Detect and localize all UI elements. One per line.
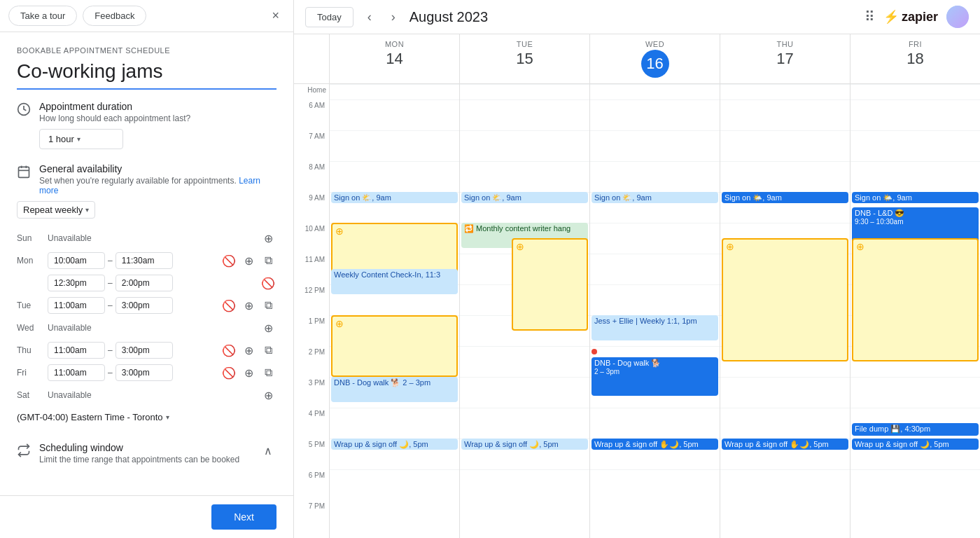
timezone-row[interactable]: (GMT-04:00) Eastern Time - Toronto ▾ [17,406,276,428]
day-col-events-wed: Sign on 🌤️, 9am Jess + Ellie | Weekly 1:… [589,84,720,538]
tue-to-1[interactable] [115,297,173,314]
event-thu-wrap-up[interactable]: Wrap up & sign off ✋🌙, 5pm [722,439,848,450]
availability-title: General availability [39,163,276,174]
day-label-fri: Fri [17,368,42,378]
thu-from-1[interactable] [48,342,105,359]
duration-select[interactable]: 1 hour ▾ [39,129,123,149]
event-wed-jess-ellie[interactable]: Jess + Ellie | Weekly 1:1, 1pm [592,315,718,340]
day-col-events-fri: Sign on 🌤️, 9am DNB - L&D 😎 9:30 – 10:30… [850,84,980,538]
thu-to-1[interactable] [115,342,173,359]
remove-thu-button[interactable]: 🚫 [220,342,237,359]
timezone-chevron-icon: ▾ [166,413,169,421]
add-tue-button[interactable]: ⊕ [240,297,257,314]
event-fri-dnb-ld[interactable]: DNB - L&D 😎 9:30 – 10:30am [852,207,979,242]
add-mon-button[interactable]: ⊕ [240,252,257,269]
duration-title: Appointment duration [39,101,190,112]
event-mon-dog-walk[interactable]: DNB - Dog walk 🐕 2 – 3pm [331,377,458,402]
event-fri-file-dump[interactable]: File dump 💾, 4:30pm [852,423,979,436]
next-nav-button[interactable]: › [386,7,401,27]
avatar[interactable] [946,6,969,28]
mon-to-2[interactable] [115,275,173,291]
next-button[interactable]: Next [211,504,276,530]
fri-to-1[interactable] [115,364,173,381]
scheduling-window-collapse-button[interactable]: ∧ [260,442,276,459]
remove-tue-button[interactable]: 🚫 [220,297,237,314]
remove-mon-1-button[interactable]: 🚫 [220,252,237,269]
day-col-events-mon: Sign on 🌤️, 9am ⊕ Weekly Content Check-I… [329,84,459,538]
scheduling-window-section: Scheduling window Limit the time range t… [17,442,276,464]
today-button[interactable]: Today [305,7,354,27]
event-fri-appointment[interactable]: ⊕ [852,238,979,361]
tue-from-1[interactable] [48,297,105,314]
time-11am: 11 AM [294,254,329,284]
event-thu-sign-on[interactable]: Sign on 🌤️, 9am [722,192,848,203]
avail-row-mon: Mon – 🚫 ⊕ ⧉ [17,249,276,272]
add-sat-button[interactable]: ⊕ [260,387,276,404]
red-dot-wed [592,349,597,354]
event-tue-wrap-up[interactable]: Wrap up & sign off 🌙, 5pm [461,439,588,450]
calendar-body: Home 6 AM 7 AM 8 AM 9 AM 10 AM 11 AM 12 … [294,84,980,538]
remove-mon-2-button[interactable]: 🚫 [260,275,276,291]
mon-to-1[interactable] [115,252,173,269]
remove-fri-button[interactable]: 🚫 [220,364,237,381]
event-mon-appointment-2[interactable]: ⊕ [331,315,458,377]
avail-row-tue: Tue – 🚫 ⊕ ⧉ [17,294,276,317]
wed-unavail: Unavailable [48,323,254,333]
grid-icon[interactable]: ⠿ [864,8,875,25]
event-mon-wrap-up[interactable]: Wrap up & sign off 🌙, 5pm [331,439,458,450]
take-tour-button[interactable]: Take a tour [8,6,77,26]
bookable-label: BOOKABLE APPOINTMENT SCHEDULE [17,46,276,55]
event-tue-appointment[interactable]: ⊕ [512,238,588,331]
event-wed-wrap-up[interactable]: Wrap up & sign off ✋🌙, 5pm [592,439,718,450]
time-3pm: 3 PM [294,377,329,408]
time-12pm: 12 PM [294,284,329,315]
thu-time-range-1: – [48,342,173,359]
avail-row-sat: Sat Unavailable ⊕ [17,384,276,406]
add-wed-button[interactable]: ⊕ [260,319,276,336]
day-col-tue: TUE 15 [459,34,589,83]
event-fri-sign-on[interactable]: Sign on 🌤️, 9am [852,192,979,203]
day-num-thu: 17 [723,50,847,68]
copy-fri-button[interactable]: ⧉ [260,364,276,381]
time-8am: 8 AM [294,161,329,192]
add-thu-button[interactable]: ⊕ [240,342,257,359]
close-button[interactable]: × [266,6,285,26]
fri-from-1[interactable] [48,364,105,381]
repeat-weekly-button[interactable]: Repeat weekly ▾ [17,201,95,219]
event-mon-content-checkin[interactable]: Weekly Content Check-In, 11:3 [331,269,458,294]
time-4pm: 4 PM [294,408,329,439]
day-name-tue: TUE [463,40,587,48]
prev-nav-button[interactable]: ‹ [362,7,377,27]
feedback-button[interactable]: Feedback [83,6,146,26]
zapier-z: ⚡ [883,9,899,25]
avail-row-sun: Sun Unavailable ⊕ [17,227,276,249]
mon-from-1[interactable] [48,252,105,269]
day-label-mon: Mon [17,256,42,265]
event-mon-sign-on[interactable]: Sign on 🌤️, 9am [331,192,458,203]
event-tue-sign-on[interactable]: Sign on 🌤️, 9am [461,192,588,203]
mon-from-2[interactable] [48,275,105,291]
add-fri-button[interactable]: ⊕ [240,364,257,381]
add-sun-button[interactable]: ⊕ [260,230,276,247]
avail-row-wed: Wed Unavailable ⊕ [17,317,276,339]
event-wed-dog-walk[interactable]: DNB - Dog walk 🐕 2 – 3pm [592,357,718,396]
event-thu-appointment[interactable]: ⊕ [722,238,848,361]
event-fri-wrap-up[interactable]: Wrap up & sign off 🌙, 5pm [852,439,979,450]
copy-mon-button[interactable]: ⧉ [260,252,276,269]
right-panel: Today ‹ › August 2023 ⠿ ⚡ zapier MON 14 … [294,0,980,538]
header-right: ⠿ ⚡ zapier [864,6,969,28]
day-name-fri: FRI [853,40,977,48]
time-6am: 6 AM [294,99,329,130]
copy-tue-button[interactable]: ⧉ [260,297,276,314]
mon-time-range-2: – [48,275,173,291]
repeat-chevron-icon: ▾ [85,206,89,214]
day-label-thu: Thu [17,345,42,355]
day-num-mon: 14 [332,50,456,68]
avail-row-thu: Thu – 🚫 ⊕ ⧉ [17,339,276,361]
time-10am: 10 AM [294,223,329,254]
scheduling-window-title: Scheduling window [39,442,239,453]
avatar-image [946,6,969,28]
copy-thu-button[interactable]: ⧉ [260,342,276,359]
day-col-wed: WED 16 [589,34,720,83]
event-wed-sign-on[interactable]: Sign on 🌤️, 9am [592,192,718,203]
